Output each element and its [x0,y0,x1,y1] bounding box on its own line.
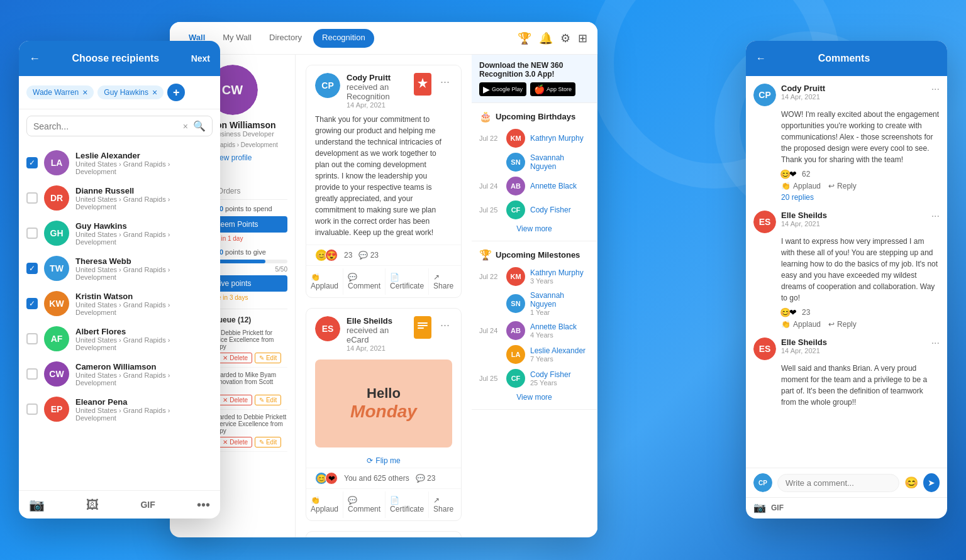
birthdays-view-more[interactable]: View more [479,224,589,233]
tab-directory[interactable]: Directory [260,22,311,54]
camera-icon[interactable]: 📷 [29,497,45,512]
tab-recognition[interactable]: Recognition [313,29,374,48]
reply-comment-2[interactable]: ↩ Reply [828,320,857,329]
birthday-name-savannah[interactable]: Savannah Nguyen [530,153,589,171]
comment-button-1[interactable]: 💬 Comment [343,268,386,295]
milestones-title: Upcoming Milestones [496,250,580,260]
back-button[interactable]: ← [29,52,40,65]
app-store-button[interactable]: 🍎 App Store [530,82,575,96]
gif-button[interactable]: GIF [140,500,155,510]
contact-checkbox-eleanor[interactable] [26,404,38,415]
comment-button-2[interactable]: 💬 Comment [343,491,386,518]
milestone-name-cody-fisher[interactable]: Cody Fisher [530,370,571,379]
grid-icon[interactable]: ⊞ [578,31,587,45]
feed-avatar-cody1: CP [315,73,340,98]
send-comment-button[interactable]: ➤ [923,473,940,492]
contact-avatar-kristin: KW [44,291,69,316]
feed-post-1-meta: Cody Pruitt received an Recognition 14 A… [347,73,408,109]
birthday-avatar-kathryn: KM [506,129,525,148]
image-icon[interactable]: 🖼 [86,498,99,512]
tag-remove-guy[interactable]: × [152,88,157,97]
tag-label: Wade Warren [33,88,79,97]
birthdays-widget: 🎂 Upcoming Birthdays Jul 22 KM Kathryn M… [472,103,597,241]
contact-checkbox-guy[interactable] [26,228,38,239]
reaction-text-2: You and 625 others [344,474,409,483]
applaud-comment-1[interactable]: 👏 Applaud [781,182,821,190]
emoji-picker-button[interactable]: 😊 [904,476,918,490]
birthday-name-kathryn[interactable]: Kathryn Murphy [530,134,584,143]
comment-3-more-button[interactable]: ··· [931,338,940,349]
tag-wade-warren[interactable]: Wade Warren × [26,85,94,99]
ecard-flip-button[interactable]: ⟳Flip me [306,454,461,468]
contact-sub-theresa: United States › Grand Rapids › Developme… [75,266,213,281]
contact-item-albert[interactable]: AF Albert Flores United States › Grand R… [19,321,220,356]
contact-item-leslie[interactable]: ✓ LA Leslie Alexander United States › Gr… [19,145,220,180]
edit-button-3[interactable]: ✎ Edit [255,437,281,447]
contact-item-theresa[interactable]: ✓ TW Theresa Webb United States › Grand … [19,251,220,286]
contact-checkbox-cameron[interactable] [26,368,38,380]
comment-2-more-button[interactable]: ··· [931,211,940,222]
comment-1-replies[interactable]: 20 replies [781,193,940,202]
delete-button-3[interactable]: ✕ Delete [218,437,252,447]
applaud-comment-2[interactable]: 👏 Applaud [781,320,821,329]
delete-button-1[interactable]: ✕ Delete [218,353,252,363]
more-options-button[interactable]: ••• [197,498,210,512]
gif-comment-button[interactable]: GIF [771,503,784,512]
comment-2-reactions: 😊 ❤ 23 [781,307,940,317]
contact-checkbox-theresa[interactable]: ✓ [26,263,38,274]
feed-post-2-name: Elle Sheilds received an eCard [347,316,408,344]
feed-post-1: CP Cody Pruitt received an Recognition 1… [306,65,462,298]
contact-item-dianne[interactable]: DR Dianne Russell United States › Grand … [19,180,220,216]
tag-guy-hawkins[interactable]: Guy Hawkins × [97,85,164,99]
post-1-more-button[interactable]: ··· [438,73,452,91]
birthday-name-annette[interactable]: Annette Black [530,182,577,190]
contact-item-cameron[interactable]: CW Cameron Williamson United States › Gr… [19,356,220,392]
comment-3-header: ES Elle Sheilds 14 Apr, 2021 ··· [753,338,940,360]
trophy-icon[interactable]: 🏆 [518,31,531,45]
tab-my-wall[interactable]: My Wall [214,22,260,54]
app-banner-title: Download the NEW 360 Recognition 3.0 App… [479,61,589,79]
birthday-date-cody: Jul 25 [479,206,501,214]
contact-avatar-leslie: LA [44,150,69,175]
left-panel-header: ← Choose recipients Next [19,41,220,76]
certificate-button-1[interactable]: 📄 Certificate [386,268,429,295]
comment-input-field[interactable] [777,474,899,492]
contact-checkbox-leslie[interactable]: ✓ [26,157,38,168]
search-input[interactable] [33,121,178,131]
tag-remove-wade[interactable]: × [82,88,87,97]
edit-button-1[interactable]: ✎ Edit [255,353,281,363]
post-2-more-button[interactable]: ··· [438,316,452,334]
certificate-button-2[interactable]: 📄 Certificate [386,491,429,518]
reply-comment-1[interactable]: ↩ Reply [828,182,857,190]
comment-1-more-button[interactable]: ··· [931,84,940,95]
milestone-savannah: SN Savannah Nguyen 1 Year [479,291,589,316]
comments-back-button[interactable]: ← [756,53,766,64]
applaud-button-2[interactable]: 👏 Applaud [306,491,343,518]
gear-icon[interactable]: ⚙ [560,31,570,45]
share-button-2[interactable]: ↗ Share [429,491,461,518]
contact-checkbox-dianne[interactable] [26,192,38,204]
feed-post-2-date: 14 Apr, 2021 [347,344,408,352]
bell-icon[interactable]: 🔔 [539,31,553,45]
contact-avatar-eleanor: EP [44,397,69,422]
contact-item-kristin[interactable]: ✓ KW Kristin Watson United States › Gran… [19,286,220,321]
google-play-button[interactable]: ▶ Google Play [479,82,526,96]
camera-comment-icon[interactable]: 📷 [753,502,766,513]
contact-item-guy[interactable]: GH Guy Hawkins United States › Grand Rap… [19,216,220,251]
applaud-icon: 👏 [781,182,791,190]
delete-button-2[interactable]: ✕ Delete [218,395,252,405]
edit-button-2[interactable]: ✎ Edit [255,395,281,405]
next-button[interactable]: Next [191,53,210,63]
trophy-milestone-icon: 🏆 [479,249,492,261]
add-recipient-button[interactable]: + [167,84,185,101]
milestones-view-more[interactable]: View more [479,393,589,402]
applaud-button-1[interactable]: 👏 Applaud [306,268,343,295]
search-icon[interactable]: 🔍 [193,120,206,132]
clear-search-button[interactable]: × [183,121,188,131]
contact-checkbox-albert[interactable] [26,333,38,344]
contact-checkbox-kristin[interactable]: ✓ [26,298,38,309]
share-button-1[interactable]: ↗ Share [429,268,461,295]
birthday-name-cody[interactable]: Cody Fisher [530,206,571,214]
reaction-emojis-1: 😊 😍 [315,249,338,261]
contact-item-eleanor[interactable]: EP Eleanor Pena United States › Grand Ra… [19,392,220,427]
